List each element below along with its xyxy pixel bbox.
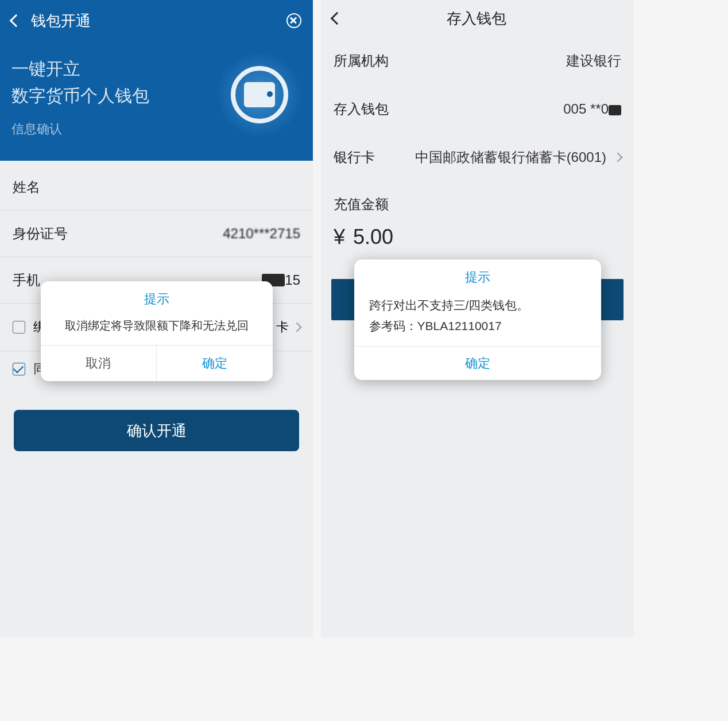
ok-button[interactable]: 确定	[157, 346, 273, 381]
dialog-title: 提示	[354, 259, 601, 292]
titlebar: 钱包开通	[11, 9, 301, 32]
dialog-buttons: 取消 确定	[41, 345, 273, 381]
alert-dialog: 提示 跨行对出不支持三/四类钱包。 参考码：YBLA12110017 确定	[354, 259, 601, 380]
row-bank-card[interactable]: 银行卡 中国邮政储蓄银行储蓄卡(6001)	[321, 133, 634, 181]
checkbox-empty-icon[interactable]	[13, 321, 25, 334]
label-card: 银行卡	[334, 148, 375, 166]
wallet-glow	[216, 52, 303, 138]
value-org: 建设银行	[566, 52, 621, 70]
label-id: 身份证号	[13, 224, 68, 243]
cancel-button[interactable]: 取消	[41, 346, 157, 381]
row-name[interactable]: 姓名	[0, 164, 313, 211]
currency-symbol: ¥	[334, 225, 345, 249]
redaction-icon	[609, 105, 621, 115]
back-icon[interactable]	[10, 14, 23, 28]
label-wallet: 存入钱包	[334, 100, 389, 118]
chevron-right-icon	[292, 323, 302, 332]
checkbox-checked-icon[interactable]	[13, 363, 25, 375]
label-amount: 充值金额	[321, 181, 634, 218]
wallet-ring-icon	[231, 66, 288, 123]
titlebar: 存入钱包	[321, 0, 634, 37]
alert-dialog: 提示 取消绑定将导致限额下降和无法兑回 取消 确定	[41, 281, 273, 381]
row-id[interactable]: 身份证号 4210***2715	[0, 211, 313, 257]
page-title: 钱包开通	[31, 11, 286, 31]
value-card: 中国邮政储蓄银行储蓄卡(6001)	[415, 148, 606, 166]
page-title: 存入钱包	[342, 9, 611, 29]
dialog-body: 跨行对出不支持三/四类钱包。 参考码：YBLA12110017	[354, 292, 601, 346]
screen-wallet-open: 钱包开通 一键开立 数字货币个人钱包 信息确认 姓名 身份证号 4210***2…	[0, 0, 313, 637]
wallet-icon	[244, 82, 275, 107]
value-bind: 卡	[276, 319, 300, 336]
value-id: 4210***2715	[223, 226, 300, 242]
label-phone: 手机	[13, 271, 40, 289]
label-name: 姓名	[13, 178, 40, 196]
ok-button[interactable]: 确定	[354, 346, 601, 380]
value-wallet: 005 **0	[563, 101, 621, 117]
amount-value: 5.00	[353, 225, 393, 249]
row-wallet[interactable]: 存入钱包 005 **0	[321, 85, 634, 133]
dialog-body: 取消绑定将导致限额下降和无法兑回	[41, 313, 273, 345]
screen-deposit: 存入钱包 所属机构 建设银行 存入钱包 005 **0 银行卡 中国邮政储蓄银行…	[321, 0, 634, 637]
close-icon[interactable]	[286, 13, 301, 28]
row-org: 所属机构 建设银行	[321, 37, 634, 85]
dialog-body-line2: 参考码：YBLA12110017	[369, 316, 586, 336]
confirm-open-button[interactable]: 确认开通	[14, 410, 299, 451]
dialog-title: 提示	[41, 281, 273, 313]
chevron-right-icon	[613, 153, 623, 162]
header-banner: 钱包开通 一键开立 数字货币个人钱包 信息确认	[0, 0, 313, 161]
label-org: 所属机构	[334, 52, 389, 70]
dialog-body-line1: 跨行对出不支持三/四类钱包。	[369, 295, 586, 316]
